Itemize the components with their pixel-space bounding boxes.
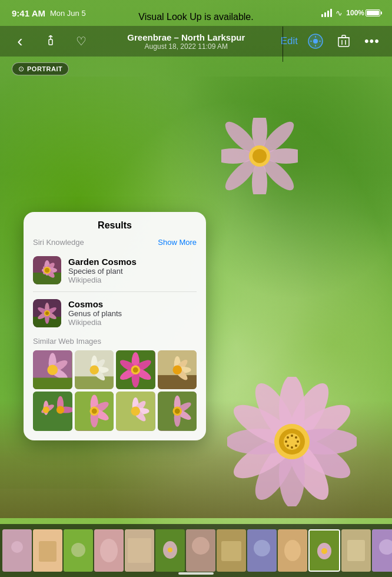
vlu-tooltip: Visual Look Up is available. [138,12,253,22]
similar-web-images-section: Similar Web Images [24,332,206,431]
svg-point-32 [253,149,267,163]
visual-lookup-button[interactable] [305,31,326,52]
back-button[interactable]: ‹ [9,31,31,52]
svg-point-100 [57,406,64,413]
svg-point-54 [45,268,49,273]
more-button[interactable]: ••• [361,31,383,52]
toolbar-left: ‹ ♡ [9,31,92,52]
svg-point-19 [295,445,297,447]
similar-image-8[interactable] [158,392,197,431]
svg-point-120 [174,409,180,414]
svg-point-122 [11,541,23,553]
result-item-garden-cosmos[interactable]: Garden Cosmos Species of plant Wikipedia [24,251,206,289]
similar-image-2[interactable] [75,350,114,390]
film-thumb-3[interactable] [64,529,93,572]
similar-image-3[interactable] [116,350,155,390]
scroll-indicator [178,572,214,575]
result-source-garden-cosmos: Wikipedia [68,276,197,284]
vlu-tooltip-text: Visual Look Up is available. [138,12,253,22]
film-thumb-6[interactable] [155,529,185,572]
svg-point-126 [71,543,85,557]
battery-percent: 100% [346,9,364,17]
delete-button[interactable] [333,31,354,52]
result-info-cosmos: Cosmos Genus of plants Wikipedia [68,299,197,327]
film-thumb-5[interactable] [125,529,154,572]
film-thumb-11[interactable] [341,529,371,572]
similar-image-6[interactable] [75,392,114,431]
svg-point-144 [321,548,327,554]
svg-point-141 [284,540,301,561]
filmstrip [0,524,392,577]
svg-rect-72 [75,376,114,389]
cosmos-image [33,299,61,327]
svg-rect-88 [158,375,197,389]
svg-point-133 [168,548,172,552]
result-name-cosmos: Cosmos [68,299,197,309]
status-time: 9:41 AM [12,8,45,18]
wifi-icon: ∿ [335,8,343,18]
result-type-garden-cosmos: Species of plant [68,267,197,276]
svg-point-93 [172,365,182,374]
favorite-button[interactable]: ♡ [71,31,92,52]
film-thumb-4[interactable] [94,529,124,572]
portrait-badge[interactable]: ⊙ PORTRAIT [12,62,69,75]
svg-point-97 [43,406,49,413]
siri-knowledge-label: Siri Knowledge [33,238,84,247]
film-thumb-7[interactable] [186,529,215,572]
film-thumb-10[interactable] [278,529,307,572]
similar-image-4[interactable] [158,350,197,390]
film-thumb-8[interactable] [217,529,246,572]
similar-image-1[interactable] [33,350,72,390]
svg-point-16 [291,435,293,437]
result-thumb-garden-cosmos [33,256,61,284]
svg-rect-42 [338,38,349,47]
result-name-garden-cosmos: Garden Cosmos [68,257,197,267]
result-thumb-cosmos [33,299,61,327]
svg-point-113 [131,406,140,416]
edit-button[interactable]: Edit [281,35,298,47]
similar-image-5[interactable] [33,392,72,431]
film-thumb-12[interactable] [372,529,392,572]
results-title: Results [24,212,206,236]
svg-point-20 [291,446,293,449]
film-thumb-2[interactable] [33,529,62,572]
small-flower [221,118,298,194]
divider-1 [33,291,197,292]
svg-rect-146 [347,540,365,561]
svg-point-135 [192,537,210,555]
result-item-cosmos[interactable]: Cosmos Genus of plants Wikipedia [24,294,206,332]
svg-rect-44 [342,35,346,38]
svg-point-69 [47,364,58,375]
svg-point-128 [100,539,118,562]
svg-rect-137 [221,541,241,561]
status-day: Mon Jun 5 [50,9,86,18]
results-panel: Results Siri Knowledge Show More [24,212,206,440]
svg-rect-33 [49,39,52,45]
film-thumb-active[interactable] [308,529,340,572]
similar-image-7[interactable] [116,392,155,431]
toolbar-center: Greenbrae – North Larkspur August 18, 20… [127,32,245,51]
battery-icon: 100% [346,9,380,17]
share-button[interactable] [40,31,61,52]
film-thumb-9[interactable] [247,529,277,572]
svg-point-15 [287,436,289,439]
similar-section-label: Similar Web Images [33,337,197,346]
top-toolbar: ‹ ♡ Greenbrae – North Larkspur August 18… [0,26,392,57]
svg-point-86 [133,367,138,372]
vlu-pointer-line [283,26,283,62]
status-bar-right: ∿ 100% [321,8,380,18]
status-bar-left: 9:41 AM Mon Jun 5 [12,8,86,18]
garden-cosmos-image [33,256,61,284]
photo-date: August 18, 2022 11:09 AM [127,42,245,51]
siri-row: Siri Knowledge Show More [24,236,206,251]
svg-rect-70 [33,377,72,389]
svg-point-18 [297,440,299,443]
svg-point-77 [89,365,99,374]
svg-point-139 [254,540,270,556]
show-more-button[interactable]: Show More [158,238,197,247]
svg-rect-124 [39,541,57,562]
film-thumb-1[interactable] [2,529,32,572]
svg-point-107 [91,409,97,414]
result-info-garden-cosmos: Garden Cosmos Species of plant Wikipedia [68,257,197,284]
photo-title: Greenbrae – North Larkspur [127,32,245,42]
